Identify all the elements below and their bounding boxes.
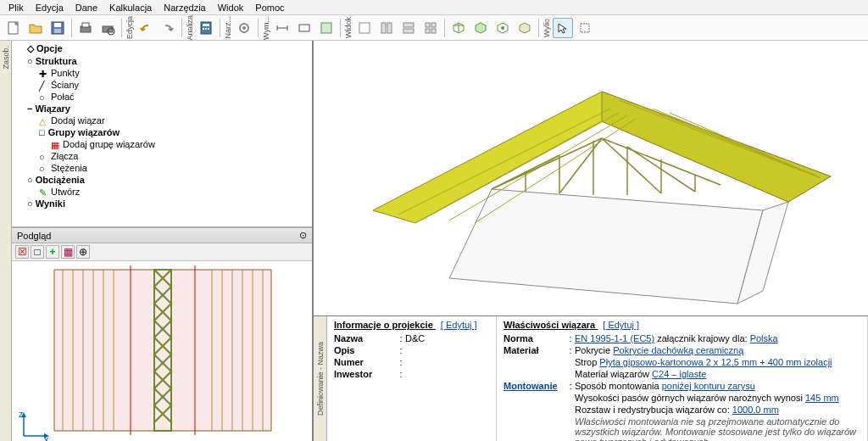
- preview-2d[interactable]: z x: [12, 261, 312, 441]
- svg-line-97: [602, 138, 661, 193]
- preview-header: Podgląd ⊙: [12, 227, 312, 243]
- tree-struktura[interactable]: ○ Struktura: [15, 55, 309, 67]
- menu-bar: Plik Edycja Dane Kalkulacja Narzędzia Wi…: [0, 0, 868, 15]
- bottom-tab[interactable]: Definiowanie - Nazwa: [314, 316, 327, 441]
- settings-button[interactable]: [234, 18, 254, 38]
- ptool-add[interactable]: +: [46, 245, 59, 259]
- print-preview-button[interactable]: [97, 18, 118, 38]
- menu-edycja[interactable]: Edycja: [31, 2, 69, 14]
- tree-grupy[interactable]: □ Grupy wiązarów: [15, 126, 309, 138]
- select-mode-button[interactable]: [553, 18, 573, 38]
- props-header: Właściwości wiązara: [504, 320, 595, 330]
- 3d-model: [314, 41, 865, 315]
- nazwa-value: D&C: [405, 333, 489, 343]
- props-edit-link[interactable]: [ Edytuj ]: [603, 320, 639, 330]
- view4-button[interactable]: [420, 18, 441, 38]
- open-file-button[interactable]: [25, 18, 46, 38]
- preview-drawing: [12, 261, 314, 441]
- dim3-button[interactable]: [316, 18, 337, 38]
- ptool-red[interactable]: ☒: [15, 245, 29, 259]
- tree-stezenia[interactable]: ○Stężenia: [15, 162, 309, 174]
- mont-link[interactable]: Montowanie: [504, 381, 566, 391]
- preview-tools: ☒ □ + ▦ ⊕: [12, 243, 312, 261]
- tree-dodaj-wiazar[interactable]: △Dodaj wiązar: [15, 114, 309, 126]
- new-file-button[interactable]: [3, 18, 24, 38]
- dim-button[interactable]: [272, 18, 292, 38]
- axis-indicator: z x: [17, 409, 51, 441]
- menu-plik[interactable]: Plik: [3, 2, 29, 14]
- svg-point-14: [242, 26, 246, 30]
- iso1-button[interactable]: [448, 18, 469, 38]
- menu-widok[interactable]: Widok: [213, 2, 249, 14]
- undo-button[interactable]: [136, 18, 156, 38]
- add-group-icon: ▦: [51, 140, 59, 148]
- iso4-button[interactable]: [515, 18, 535, 38]
- plus-icon: ✚: [39, 69, 47, 77]
- tree-panel: ◇ Opcje ○ Struktura ✚Punkty ╱Ściany ○Poł…: [12, 41, 312, 227]
- svg-marker-75: [449, 189, 763, 304]
- menu-dane[interactable]: Dane: [70, 2, 103, 14]
- menu-kalkulacja[interactable]: Kalkulacja: [104, 2, 157, 14]
- view1-button[interactable]: [354, 18, 375, 38]
- edycja-label: Edycja: [125, 14, 134, 41]
- ptool-sel[interactable]: □: [31, 245, 44, 259]
- dim2-button[interactable]: [294, 18, 314, 38]
- save-button[interactable]: [47, 18, 68, 38]
- svg-text:z: z: [19, 409, 24, 419]
- create-icon: ✎: [39, 187, 47, 196]
- mont3-link[interactable]: 1000,0 mm: [732, 405, 779, 415]
- truss-icon: △: [39, 116, 47, 125]
- svg-rect-18: [299, 25, 309, 31]
- norma-link[interactable]: EN 1995-1-1 (EC5): [575, 333, 654, 343]
- svg-rect-11: [205, 28, 207, 30]
- calculator-button[interactable]: [196, 18, 216, 38]
- info-edit-link[interactable]: [ Edytuj ]: [441, 320, 477, 330]
- svg-line-96: [559, 138, 602, 193]
- zasob-tab[interactable]: Zasob.: [2, 44, 10, 71]
- redo-button[interactable]: [158, 18, 178, 38]
- polska-link[interactable]: Polska: [750, 333, 778, 343]
- tree-obciazenia[interactable]: ○ Obciążenia: [15, 174, 309, 186]
- tree-wyniki[interactable]: ○ Wyniki: [15, 198, 309, 209]
- mat3-link[interactable]: C24 – iglaste: [652, 369, 706, 379]
- line-icon: ╱: [39, 81, 47, 89]
- analiza-label: Analiza: [186, 14, 194, 42]
- mont1-link[interactable]: poniżej konturu zarysu: [662, 381, 755, 391]
- svg-rect-21: [381, 23, 386, 33]
- svg-rect-19: [321, 23, 331, 33]
- tree-punkty[interactable]: ✚Punkty: [15, 67, 309, 79]
- print-button[interactable]: [75, 18, 96, 38]
- preview-pin-icon[interactable]: ⊙: [299, 230, 307, 241]
- svg-rect-10: [203, 28, 204, 30]
- wym-label: Wym...: [262, 14, 270, 42]
- project-info: Informacje o projekcie [ Edytuj ] Nazwa:…: [327, 316, 497, 441]
- iso3-button[interactable]: [492, 18, 513, 38]
- ptool-grid[interactable]: ▦: [61, 245, 75, 259]
- tree-polac[interactable]: ○Połać: [15, 91, 309, 103]
- menu-narzedzia[interactable]: Narzędzia: [159, 2, 211, 14]
- tree-utworz[interactable]: ✎Utwórz: [15, 186, 309, 198]
- mat1-link[interactable]: Pokrycie dachówką ceramiczną: [613, 345, 743, 355]
- svg-marker-78: [602, 92, 831, 202]
- wylio-label: Wylio: [542, 17, 551, 39]
- tree-wiazary[interactable]: − Wiązary: [15, 103, 309, 114]
- tree-dodaj-grupe[interactable]: ▦Dodaj grupę wiązarów: [15, 138, 309, 150]
- view2-button[interactable]: [376, 18, 397, 38]
- iso2-button[interactable]: [470, 18, 491, 38]
- menu-pomoc[interactable]: Pomoc: [250, 2, 289, 14]
- tree-sciany[interactable]: ╱Ściany: [15, 79, 309, 91]
- 3d-viewport[interactable]: [314, 41, 868, 315]
- view3-button[interactable]: [398, 18, 419, 38]
- ptool-zoom[interactable]: ⊕: [76, 245, 90, 259]
- svg-rect-24: [403, 29, 414, 33]
- info-header: Informacje o projekcie: [334, 320, 433, 330]
- preview-title: Podgląd: [17, 231, 51, 241]
- tree-zlacza[interactable]: ○Złącza: [15, 150, 309, 162]
- toolbar: Edycja Analiza Narz... Wym... Widok Wyli…: [0, 15, 868, 41]
- brace-icon: ○: [39, 164, 47, 172]
- tree-opcje[interactable]: ◇ Opcje: [15, 42, 309, 55]
- mont2-link[interactable]: 145 mm: [805, 393, 839, 403]
- mat2-link[interactable]: Płyta gipsowo-kartonowa 2 x 12,5 mm + 40…: [599, 357, 832, 367]
- select2-button[interactable]: [575, 18, 595, 38]
- circle-icon: ○: [39, 92, 47, 101]
